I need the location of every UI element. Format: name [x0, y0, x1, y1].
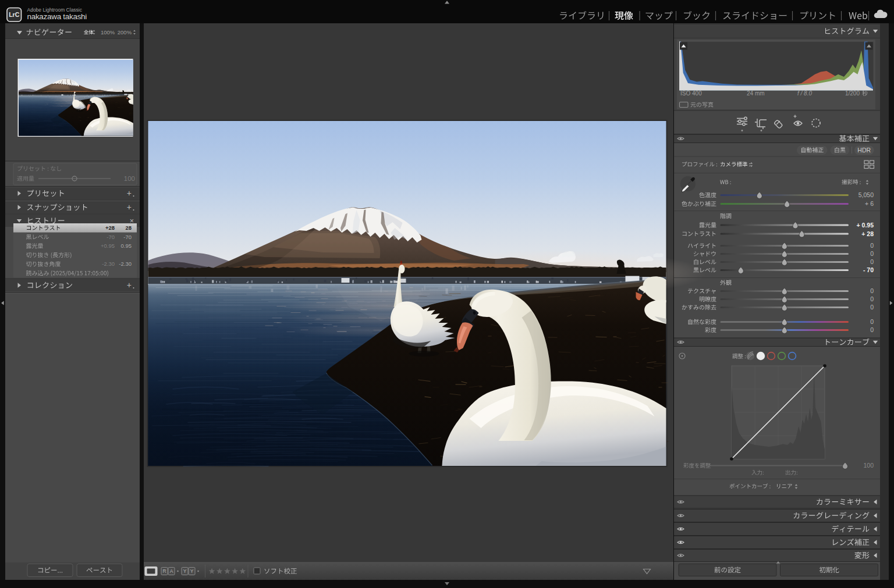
svg-text:HDR: HDR	[857, 147, 871, 154]
svg-text:f / 8.0: f / 8.0	[797, 90, 812, 97]
svg-text:0: 0	[870, 287, 874, 294]
svg-text:R: R	[162, 568, 166, 574]
svg-text:LrC: LrC	[9, 11, 20, 18]
svg-text:-70: -70	[107, 234, 115, 240]
svg-text:+ 6: + 6	[865, 200, 874, 207]
svg-text:-70: -70	[123, 234, 132, 240]
svg-text:+: +	[127, 280, 132, 290]
svg-text:0: 0	[870, 304, 874, 311]
svg-text:100%: 100%	[101, 29, 115, 35]
svg-text:+: +	[127, 202, 132, 212]
svg-text:ISO 400: ISO 400	[680, 90, 702, 97]
svg-text:0.95: 0.95	[121, 243, 132, 249]
svg-text:28: 28	[125, 224, 132, 231]
svg-text:-2.30: -2.30	[119, 261, 132, 267]
svg-text:-2.30: -2.30	[102, 261, 115, 267]
svg-text:Y: Y	[183, 568, 187, 574]
svg-text:200%: 200%	[118, 29, 132, 35]
svg-text:nakazawa takashi: nakazawa takashi	[27, 12, 87, 21]
svg-text:+ 28: + 28	[861, 230, 874, 237]
svg-text:100: 100	[863, 462, 874, 469]
svg-text:0: 0	[870, 250, 874, 257]
svg-text:- 70: - 70	[863, 266, 874, 273]
svg-text:0: 0	[870, 326, 874, 333]
svg-text:A: A	[170, 568, 173, 574]
svg-text:100: 100	[124, 175, 135, 182]
svg-text:+: +	[127, 188, 132, 198]
svg-text:0: 0	[870, 318, 874, 325]
svg-text:0: 0	[870, 295, 874, 302]
svg-text:+28: +28	[105, 224, 115, 231]
svg-text:0: 0	[870, 258, 874, 265]
svg-text:+0.95: +0.95	[101, 243, 115, 249]
svg-text:0: 0	[870, 242, 874, 249]
svg-text:Y: Y	[190, 568, 194, 574]
svg-text:+ 0.95: + 0.95	[857, 222, 874, 229]
svg-text:1/200: 1/200	[845, 90, 860, 97]
svg-text:5,050: 5,050	[858, 191, 874, 198]
svg-text:24 mm: 24 mm	[747, 90, 765, 97]
